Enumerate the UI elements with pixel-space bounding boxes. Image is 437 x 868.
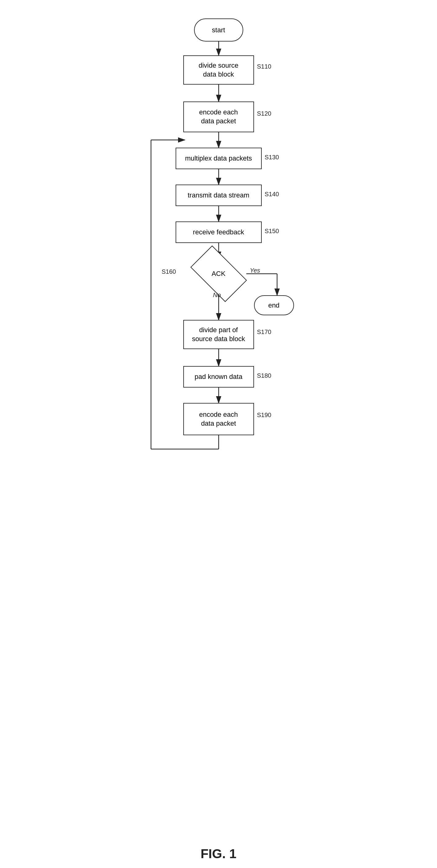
no-label: No: [213, 291, 221, 299]
s140-label: S140: [265, 191, 279, 198]
s180-label: S180: [257, 372, 272, 379]
flowchart: start divide source data block S110 enco…: [126, 12, 311, 843]
s110-label: S110: [257, 63, 272, 70]
s190-node: encode each data packet: [183, 403, 254, 435]
s160-label: S160: [162, 268, 176, 275]
s150-label: S150: [265, 227, 279, 235]
s170-label: S170: [257, 329, 272, 336]
figure-caption: FIG. 1: [200, 846, 237, 861]
s130-label: S130: [265, 154, 279, 161]
yes-label: Yes: [250, 267, 260, 274]
s140-node: transmit data stream: [176, 185, 262, 206]
start-node: start: [194, 19, 243, 41]
s190-label: S190: [257, 411, 272, 418]
s150-node: receive feedback: [176, 221, 262, 243]
s170-node: divide part of source data block: [183, 320, 254, 349]
end-node: end: [254, 295, 294, 315]
s180-node: pad known data: [183, 366, 254, 388]
s160-node: ACK: [194, 258, 243, 289]
s120-node: encode each data packet: [183, 101, 254, 132]
s130-node: multiplex data packets: [176, 148, 262, 169]
s110-node: divide source data block: [183, 55, 254, 85]
s120-label: S120: [257, 110, 272, 117]
